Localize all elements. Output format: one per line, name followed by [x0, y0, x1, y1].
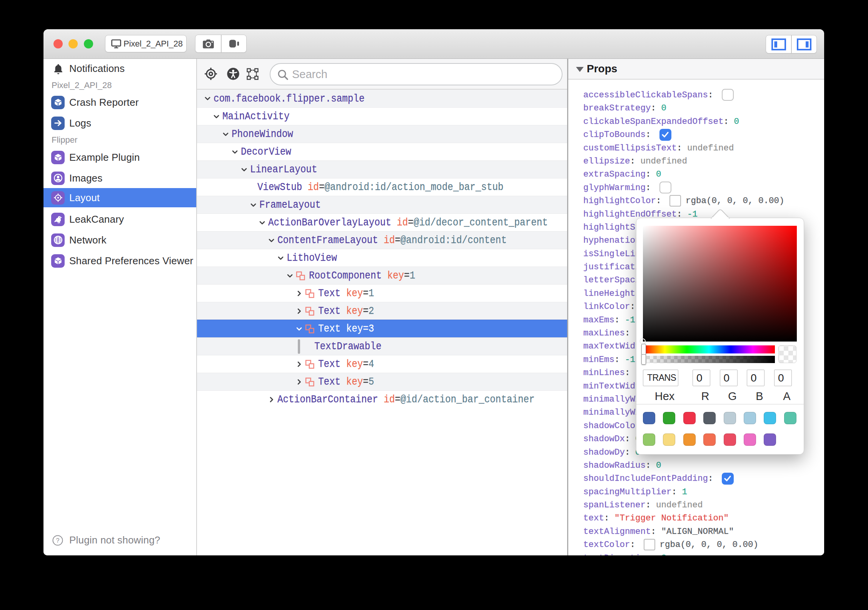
svg-text:?: ?	[56, 537, 60, 544]
